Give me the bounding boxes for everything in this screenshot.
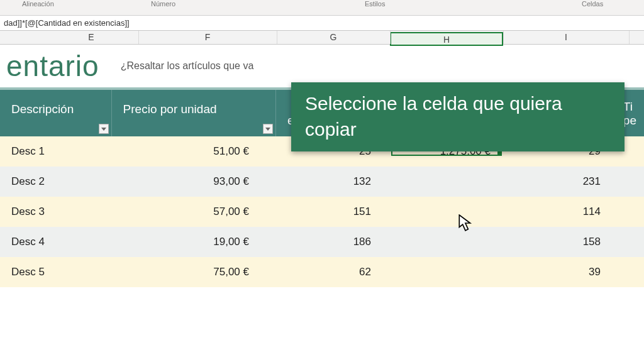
ribbon-group-alignment: Alineación bbox=[22, 0, 54, 8]
page-title: entario bbox=[6, 49, 99, 83]
table-row: Desc 575,00 €6239 bbox=[0, 257, 644, 287]
th-label: Ti pe bbox=[623, 100, 636, 128]
col-header-e[interactable]: E bbox=[44, 32, 138, 42]
th-description[interactable]: Descripción bbox=[0, 90, 112, 136]
title-band: entario ¿Resaltar los artículos que va bbox=[0, 45, 644, 87]
page-subtitle: ¿Resaltar los artículos que va bbox=[121, 60, 254, 72]
sheet-body: entario ¿Resaltar los artículos que va D… bbox=[0, 45, 644, 362]
col-header-h[interactable]: H bbox=[390, 32, 503, 46]
instruction-tooltip: Seleccione la celda que quiera copiar bbox=[291, 82, 625, 151]
ribbon: Combinar y centrar condicional ▾ como ta… bbox=[0, 0, 644, 16]
filter-icon[interactable] bbox=[99, 124, 109, 134]
cell-order[interactable]: 39 bbox=[503, 266, 613, 278]
ribbon-group-cells: Celdas bbox=[582, 0, 603, 8]
cell-price[interactable]: 57,00 € bbox=[112, 206, 277, 218]
cell-description[interactable]: Desc 4 bbox=[0, 236, 112, 248]
th-label: Descripción bbox=[11, 102, 74, 116]
cell-order[interactable]: 158 bbox=[503, 236, 613, 248]
cell-order[interactable]: 114 bbox=[503, 206, 613, 218]
cell-description[interactable]: Desc 1 bbox=[0, 145, 112, 158]
formula-text: dad]]*[@[Cantidad en existencias]] bbox=[4, 18, 130, 28]
cell-stock[interactable]: 132 bbox=[277, 175, 390, 188]
cell-price[interactable]: 75,00 € bbox=[112, 266, 277, 278]
col-header-f[interactable]: F bbox=[138, 32, 277, 42]
table-body: Desc 151,00 €251.275,00 €29Desc 293,00 €… bbox=[0, 136, 644, 287]
cell-stock[interactable]: 186 bbox=[277, 236, 390, 248]
ribbon-group-number: Número bbox=[151, 0, 175, 8]
cell-price[interactable]: 93,00 € bbox=[112, 175, 277, 188]
formula-bar[interactable]: dad]]*[@[Cantidad en existencias]] bbox=[0, 16, 644, 31]
col-header-g[interactable]: G bbox=[277, 32, 390, 42]
cell-price[interactable]: 51,00 € bbox=[112, 145, 277, 158]
table-row: Desc 357,00 €151114 bbox=[0, 197, 644, 227]
cell-stock[interactable]: 62 bbox=[277, 266, 390, 278]
filter-icon[interactable] bbox=[263, 124, 273, 134]
th-label: Precio por unidad bbox=[123, 102, 217, 116]
cell-order[interactable]: 231 bbox=[503, 175, 613, 188]
cell-description[interactable]: Desc 5 bbox=[0, 266, 112, 278]
column-headers: E F G H I bbox=[0, 31, 644, 45]
cell-price[interactable]: 19,00 € bbox=[112, 236, 277, 248]
cell-description[interactable]: Desc 2 bbox=[0, 175, 112, 188]
col-header-i[interactable]: I bbox=[503, 32, 629, 42]
table-row: Desc 293,00 €132231 bbox=[0, 167, 644, 197]
th-price[interactable]: Precio por unidad bbox=[112, 90, 276, 136]
cell-stock[interactable]: 151 bbox=[277, 206, 390, 218]
cell-description[interactable]: Desc 3 bbox=[0, 206, 112, 218]
ribbon-group-styles: Estilos bbox=[365, 0, 385, 8]
table-row: Desc 419,00 €186158 bbox=[0, 227, 644, 257]
fill-handle[interactable] bbox=[497, 151, 502, 156]
